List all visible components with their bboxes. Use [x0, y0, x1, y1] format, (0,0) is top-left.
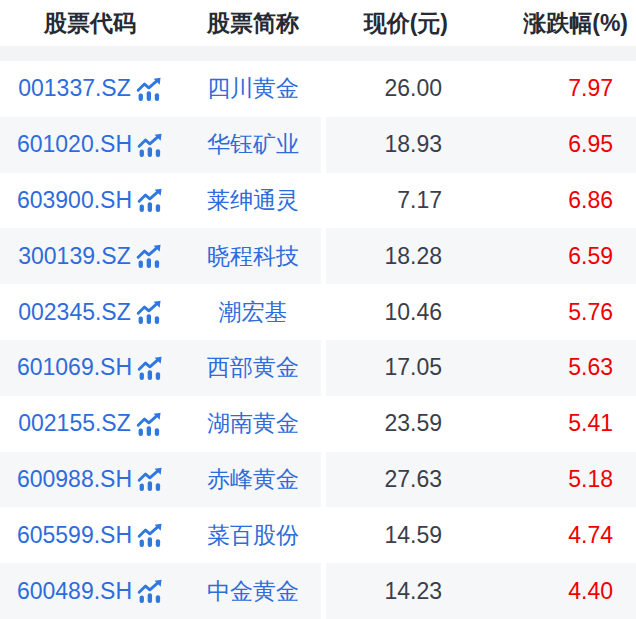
stock-name-link[interactable]: 四川黄金 [180, 73, 326, 104]
table-header-row: 股票代码 股票简称 现价(元) 涨跌幅(%) [0, 0, 636, 46]
change-percent-value: 5.18 [450, 466, 636, 493]
stock-code-link[interactable]: 002155.SZ [18, 410, 131, 437]
price-value: 27.63 [326, 466, 450, 493]
stock-code-cell[interactable]: 001337.SZ [0, 75, 180, 103]
stock-code-cell[interactable]: 601020.SH [0, 131, 180, 159]
header-stock-name: 股票简称 [180, 8, 326, 39]
table-row: 601020.SH 华钰矿业 18.93 6.95 [0, 117, 636, 173]
stock-code-cell[interactable]: 601069.SH [0, 354, 180, 382]
table-row: 600489.SH 中金黄金 14.23 4.40 [0, 563, 636, 619]
mini-chart-icon[interactable] [137, 356, 163, 382]
stock-code-link[interactable]: 605599.SH [17, 522, 132, 549]
stock-code-link[interactable]: 001337.SZ [18, 75, 131, 102]
stock-name-link[interactable]: 西部黄金 [180, 352, 326, 383]
price-value: 18.93 [326, 131, 450, 158]
price-value: 10.46 [326, 299, 450, 326]
stock-name-link[interactable]: 菜百股份 [180, 520, 326, 551]
table-row: 001337.SZ 四川黄金 26.00 7.97 [0, 61, 636, 117]
stock-name-link[interactable]: 莱绅通灵 [180, 185, 326, 216]
table-row: 603900.SH 莱绅通灵 7.17 6.86 [0, 173, 636, 229]
stock-code-cell[interactable]: 002155.SZ [0, 410, 180, 438]
mini-chart-icon[interactable] [137, 579, 163, 605]
mini-chart-icon[interactable] [136, 412, 162, 438]
price-value: 26.00 [326, 75, 450, 102]
table-row: 605599.SH 菜百股份 14.59 4.74 [0, 507, 636, 563]
stock-code-link[interactable]: 002345.SZ [18, 299, 131, 326]
mini-chart-icon[interactable] [137, 523, 163, 549]
stock-code-cell[interactable]: 600988.SH [0, 465, 180, 493]
mini-chart-icon[interactable] [137, 467, 163, 493]
change-percent-value: 4.74 [450, 522, 636, 549]
stock-name-link[interactable]: 赤峰黄金 [180, 464, 326, 495]
price-value: 18.28 [326, 243, 450, 270]
stock-code-cell[interactable]: 002345.SZ [0, 298, 180, 326]
table-body: 001337.SZ 四川黄金 26.00 7.97 601020.SH [0, 61, 636, 619]
change-percent-value: 5.41 [450, 410, 636, 437]
stock-name-link[interactable]: 中金黄金 [180, 576, 326, 607]
stock-code-link[interactable]: 600988.SH [17, 466, 132, 493]
table-row: 002345.SZ 潮宏基 10.46 5.76 [0, 284, 636, 340]
table-row: 600988.SH 赤峰黄金 27.63 5.18 [0, 452, 636, 508]
price-value: 17.05 [326, 354, 450, 381]
change-percent-value: 7.97 [450, 75, 636, 102]
mini-chart-icon[interactable] [136, 300, 162, 326]
price-value: 7.17 [326, 187, 450, 214]
stock-quote-table: 股票代码 股票简称 现价(元) 涨跌幅(%) 001337.SZ 四川黄金 26… [0, 0, 636, 619]
stock-code-link[interactable]: 603900.SH [17, 187, 132, 214]
stock-code-cell[interactable]: 603900.SH [0, 186, 180, 214]
change-percent-value: 5.76 [450, 299, 636, 326]
stock-name-link[interactable]: 潮宏基 [180, 297, 326, 328]
change-percent-value: 6.95 [450, 131, 636, 158]
stock-code-link[interactable]: 300139.SZ [18, 243, 131, 270]
header-price: 现价(元) [326, 8, 450, 39]
stock-name-link[interactable]: 华钰矿业 [180, 129, 326, 160]
header-stock-code: 股票代码 [0, 8, 180, 39]
header-divider [0, 46, 636, 61]
price-value: 14.59 [326, 522, 450, 549]
change-percent-value: 6.59 [450, 243, 636, 270]
change-percent-value: 4.40 [450, 578, 636, 605]
change-percent-value: 5.63 [450, 354, 636, 381]
stock-code-link[interactable]: 601069.SH [17, 354, 132, 381]
change-percent-value: 6.86 [450, 187, 636, 214]
stock-name-link[interactable]: 湖南黄金 [180, 408, 326, 439]
stock-code-cell[interactable]: 605599.SH [0, 521, 180, 549]
header-change-pct: 涨跌幅(%) [450, 8, 636, 39]
price-value: 14.23 [326, 578, 450, 605]
mini-chart-icon[interactable] [137, 133, 163, 159]
stock-code-link[interactable]: 601020.SH [17, 131, 132, 158]
table-row: 002155.SZ 湖南黄金 23.59 5.41 [0, 396, 636, 452]
mini-chart-icon[interactable] [136, 244, 162, 270]
stock-code-link[interactable]: 600489.SH [17, 578, 132, 605]
table-row: 601069.SH 西部黄金 17.05 5.63 [0, 340, 636, 396]
stock-code-cell[interactable]: 600489.SH [0, 577, 180, 605]
mini-chart-icon[interactable] [137, 188, 163, 214]
stock-code-cell[interactable]: 300139.SZ [0, 242, 180, 270]
table-row: 300139.SZ 晓程科技 18.28 6.59 [0, 228, 636, 284]
mini-chart-icon[interactable] [136, 77, 162, 103]
price-value: 23.59 [326, 410, 450, 437]
stock-name-link[interactable]: 晓程科技 [180, 241, 326, 272]
